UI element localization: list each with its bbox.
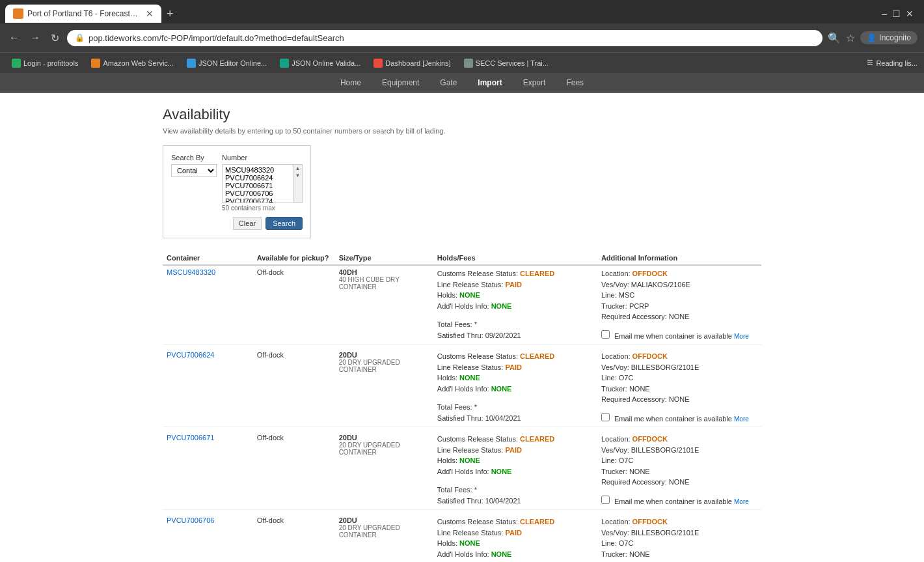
reading-list-label: Reading lis... [876, 59, 917, 67]
cell-additional: Location: OFFDOCK Ves/Voy: BILLESBORG/21… [597, 344, 761, 427]
col-header-available: Available for pickup? [253, 251, 335, 265]
email-checkbox[interactable] [601, 496, 610, 504]
line-line: Line: O7C [601, 455, 757, 466]
close-button[interactable]: ✕ [906, 8, 914, 19]
location-line: Location: OFFDOCK [601, 434, 757, 445]
incognito-button[interactable]: 👤 Incognito [860, 31, 917, 44]
nav-fees[interactable]: Fees [556, 73, 594, 92]
scroll-up-button[interactable]: ▲ [295, 165, 301, 172]
address-bar[interactable]: 🔒 pop.tideworks.com/fc-POP/import/defaul… [67, 30, 822, 46]
number-textarea[interactable]: MSCU9483320 PVCU7006624 PVCU7006671 PVCU… [222, 164, 293, 203]
bookmark-favicon [187, 59, 196, 68]
container-count-hint: 50 containers max [222, 204, 303, 212]
add-holds-line: Add'l Holds Info: NONE [437, 466, 593, 477]
reading-list[interactable]: ☰ Reading lis... [867, 59, 917, 67]
table-row: PVCU7006706 Off-dock 20DU 20 DRY UPGRADE… [163, 510, 761, 563]
scroll-down-button[interactable]: ▼ [295, 172, 301, 179]
line-release-line: Line Release Status: PAID [437, 527, 593, 539]
customs-release-line: Customs Release Status: CLEARED [437, 516, 593, 527]
browser-tab-active[interactable]: Port of Portland T6 - Forecast® b... ✕ [5, 5, 161, 23]
location-line: Location: OFFDOCK [601, 351, 757, 362]
page-subtitle: View availability details by entering up… [163, 127, 761, 135]
bookmark-login-profittools[interactable]: Login - profittools [7, 57, 83, 70]
cell-additional: Location: OFFDOCK Ves/Voy: BILLESBORG/21… [597, 510, 761, 563]
bookmark-amazon-web-services[interactable]: Amazon Web Servic... [86, 57, 179, 70]
container-link[interactable]: PVCU7006624 [167, 351, 214, 359]
maximize-button[interactable]: ☐ [892, 8, 901, 19]
nav-home[interactable]: Home [330, 73, 372, 92]
cell-additional: Location: OFFDOCK Ves/Voy: BILLESBORG/21… [597, 427, 761, 510]
forward-button[interactable]: → [27, 29, 43, 46]
container-link[interactable]: PVCU7006706 [167, 516, 214, 524]
email-checkbox[interactable] [601, 413, 610, 421]
search-button[interactable]: Search [265, 217, 303, 230]
bookmark-label: JSON Editor Online... [198, 59, 267, 67]
cell-available: Off-dock [253, 265, 335, 344]
size-code: 40DH [339, 268, 357, 276]
container-link[interactable]: MSCU9483320 [167, 268, 215, 276]
ves-voy-line: Ves/Voy: BILLESBORG/2101E [601, 362, 757, 373]
nav-import[interactable]: Import [467, 73, 512, 92]
bookmark-dashboard-jenkins[interactable]: Dashboard [Jenkins] [368, 57, 455, 70]
more-link[interactable]: More [734, 333, 749, 340]
nav-gate[interactable]: Gate [429, 73, 467, 92]
col-header-size: Size/Type [335, 251, 433, 265]
clear-button[interactable]: Clear [233, 217, 262, 230]
nav-equipment[interactable]: Equipment [372, 73, 429, 92]
bookmarks-bar: Login - profittools Amazon Web Servic...… [0, 52, 924, 73]
email-checkbox[interactable] [601, 330, 610, 339]
table-row: MSCU9483320 Off-dock 40DH 40 HIGH CUBE D… [163, 265, 761, 344]
line-release-line: Line Release Status: PAID [437, 279, 593, 290]
more-link[interactable]: More [734, 498, 749, 505]
nav-export[interactable]: Export [513, 73, 556, 92]
reload-button[interactable]: ↻ [48, 29, 62, 47]
bookmark-secc-services[interactable]: SECC Services | Trai... [459, 57, 554, 70]
cell-holds: Customs Release Status: CLEARED Line Rel… [433, 427, 597, 510]
search-icon[interactable]: 🔍 [828, 32, 841, 44]
browser-toolbar: ← → ↻ 🔒 pop.tideworks.com/fc-POP/import/… [0, 23, 924, 52]
bookmark-json-editor[interactable]: JSON Editor Online... [182, 57, 272, 70]
bookmark-label: Login - profittools [23, 59, 78, 67]
holds-line: Holds: NONE [437, 372, 593, 384]
tab-close-button[interactable]: ✕ [146, 8, 154, 19]
email-notification-line: Email me when container is available Mor… [601, 330, 757, 342]
incognito-label: Incognito [879, 33, 911, 42]
customs-release-line: Customs Release Status: CLEARED [437, 434, 593, 445]
bookmark-json-validator[interactable]: JSON Online Valida... [275, 57, 366, 70]
satisfied-thru-line: Satisfied Thru: 10/04/2021 [437, 496, 593, 507]
bookmark-favicon [91, 59, 100, 68]
textarea-scrollbar: ▲ ▼ [293, 164, 303, 203]
more-link[interactable]: More [734, 415, 749, 423]
satisfied-thru-line: Satisfied Thru: 10/04/2021 [437, 413, 593, 424]
back-button[interactable]: ← [7, 29, 22, 46]
bookmark-favicon [374, 59, 383, 68]
holds-line: Holds: NONE [437, 538, 593, 549]
cell-holds: Customs Release Status: CLEARED Line Rel… [433, 510, 597, 563]
toolbar-icons: 🔍 ☆ 👤 Incognito [828, 31, 917, 44]
line-line: Line: MSC [601, 290, 757, 301]
size-code: 20DU [339, 434, 357, 442]
new-tab-button[interactable]: + [167, 7, 174, 21]
add-holds-line: Add'l Holds Info: NONE [437, 549, 593, 560]
cell-additional: Location: OFFDOCK Ves/Voy: MALIAKOS/2106… [597, 265, 761, 344]
size-code: 20DU [339, 516, 357, 524]
total-fees-line: Total Fees: * [437, 319, 593, 330]
minimize-button[interactable]: – [882, 8, 887, 19]
tab-bar: Port of Portland T6 - Forecast® b... ✕ +… [0, 0, 924, 23]
cell-available: Off-dock [253, 344, 335, 427]
email-notification-line: Email me when container is available Mor… [601, 496, 757, 507]
tab-title: Port of Portland T6 - Forecast® b... [27, 9, 142, 18]
ves-voy-line: Ves/Voy: MALIAKOS/2106E [601, 279, 757, 290]
container-link[interactable]: PVCU7006671 [167, 434, 214, 442]
cell-available: Off-dock [253, 427, 335, 510]
cell-size: 40DH 40 HIGH CUBE DRY CONTAINER [335, 265, 433, 344]
add-holds-line: Add'l Holds Info: NONE [437, 384, 593, 395]
search-by-select[interactable]: Contai Bill of Lading [171, 164, 217, 177]
search-by-section: Search By Contai Bill of Lading [171, 154, 217, 177]
add-holds-line: Add'l Holds Info: NONE [437, 301, 593, 312]
trucker-line: Trucker: NONE [601, 384, 757, 395]
search-form: Search By Contai Bill of Lading Number M… [163, 145, 311, 238]
bookmark-star-icon[interactable]: ☆ [846, 32, 855, 44]
cell-size: 20DU 20 DRY UPGRADED CONTAINER [335, 344, 433, 427]
results-table: Container Available for pickup? Size/Typ… [163, 251, 761, 562]
